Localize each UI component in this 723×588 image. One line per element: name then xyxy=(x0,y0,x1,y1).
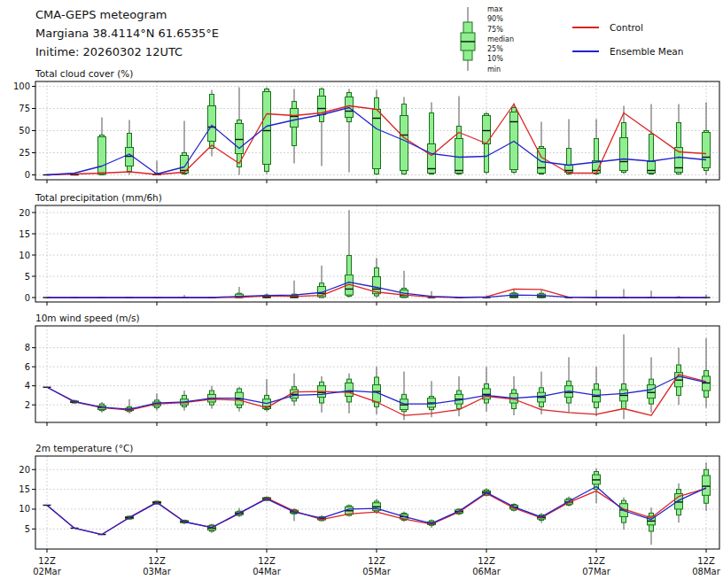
panel-3-group: 246810m wind speed (m/s) xyxy=(25,313,719,426)
svg-text:08Mar: 08Mar xyxy=(692,567,720,576)
svg-text:5: 5 xyxy=(25,524,30,534)
svg-text:07Mar: 07Mar xyxy=(582,567,610,576)
svg-text:0: 0 xyxy=(25,170,30,180)
meteogram-page: 0255075100Total cloud cover (%)05101520T… xyxy=(0,0,723,588)
control-label: Control xyxy=(610,22,643,33)
svg-text:Total precipitation (mm/6h): Total precipitation (mm/6h) xyxy=(35,192,162,203)
svg-text:15: 15 xyxy=(19,484,30,494)
panel-1-group: 0255075100Total cloud cover (%) xyxy=(13,68,719,183)
location-text: Margiana 38.4114°N 61.6535°E xyxy=(35,24,219,43)
svg-text:12Z: 12Z xyxy=(368,556,385,566)
panel-2-boxes xyxy=(43,210,711,298)
svg-text:12Z: 12Z xyxy=(148,556,166,566)
svg-text:12Z: 12Z xyxy=(38,556,56,566)
ensemble-line-swatch xyxy=(572,50,599,52)
svg-text:2m temperature (°C): 2m temperature (°C) xyxy=(35,443,133,453)
svg-text:20: 20 xyxy=(19,465,30,475)
svg-text:10: 10 xyxy=(19,251,30,260)
svg-text:6: 6 xyxy=(25,362,30,372)
svg-text:10m wind speed (m/s): 10m wind speed (m/s) xyxy=(35,313,140,323)
svg-text:15: 15 xyxy=(19,229,30,239)
svg-text:20: 20 xyxy=(19,208,30,218)
legend-label-median: median xyxy=(487,35,514,44)
svg-text:04Mar: 04Mar xyxy=(253,567,281,576)
svg-text:02Mar: 02Mar xyxy=(33,567,61,576)
svg-text:50: 50 xyxy=(19,126,30,135)
legend-ensemble: Ensemble Mean xyxy=(572,46,683,57)
control-line-swatch xyxy=(572,27,599,28)
initime-text: Initime: 20260302 12UTC xyxy=(35,43,219,61)
svg-text:12Z: 12Z xyxy=(258,556,276,566)
legend-label-25: 25% xyxy=(487,44,514,54)
legend-control: Control xyxy=(572,22,643,33)
legend-label-min: min xyxy=(487,65,514,74)
box-whisker-legend-icon xyxy=(461,7,475,71)
svg-text:100: 100 xyxy=(13,81,30,91)
panel-2-group: 05101520Total precipitation (mm/6h) xyxy=(19,192,719,306)
svg-text:12Z: 12Z xyxy=(478,556,495,566)
legend-label-75: 75% xyxy=(487,25,514,35)
ensemble-label: Ensemble Mean xyxy=(610,46,683,57)
x-axis-labels: 12Z02Mar12Z03Mar12Z04Mar12Z05Mar12Z06Mar… xyxy=(33,556,720,576)
box-whisker-legend-labels: max 90% 75% median 25% 10% min xyxy=(487,4,514,74)
meteogram-chart: 0255075100Total cloud cover (%)05101520T… xyxy=(0,0,723,588)
legend-label-90: 90% xyxy=(487,14,514,24)
legend-label-10: 10% xyxy=(487,54,514,64)
svg-text:0: 0 xyxy=(25,293,30,303)
svg-text:2: 2 xyxy=(25,400,30,410)
legend-label-max: max xyxy=(487,4,514,14)
svg-text:12Z: 12Z xyxy=(697,556,715,566)
panel-4-group: 51015202m temperature (°C) xyxy=(19,443,719,553)
svg-text:4: 4 xyxy=(25,381,30,391)
page-title: CMA-GEPS meteogram xyxy=(35,5,219,24)
header: CMA-GEPS meteogram Margiana 38.4114°N 61… xyxy=(35,5,219,61)
svg-text:Total cloud cover (%): Total cloud cover (%) xyxy=(35,68,133,79)
svg-text:25: 25 xyxy=(19,148,30,158)
svg-text:12Z: 12Z xyxy=(587,556,605,566)
svg-text:10: 10 xyxy=(19,504,30,514)
svg-text:8: 8 xyxy=(25,343,30,352)
panel-1-boxes xyxy=(43,88,711,175)
svg-text:06Mar: 06Mar xyxy=(472,567,501,576)
svg-text:75: 75 xyxy=(19,104,30,113)
svg-text:05Mar: 05Mar xyxy=(362,567,391,576)
svg-text:03Mar: 03Mar xyxy=(143,567,171,576)
svg-text:5: 5 xyxy=(25,272,30,282)
